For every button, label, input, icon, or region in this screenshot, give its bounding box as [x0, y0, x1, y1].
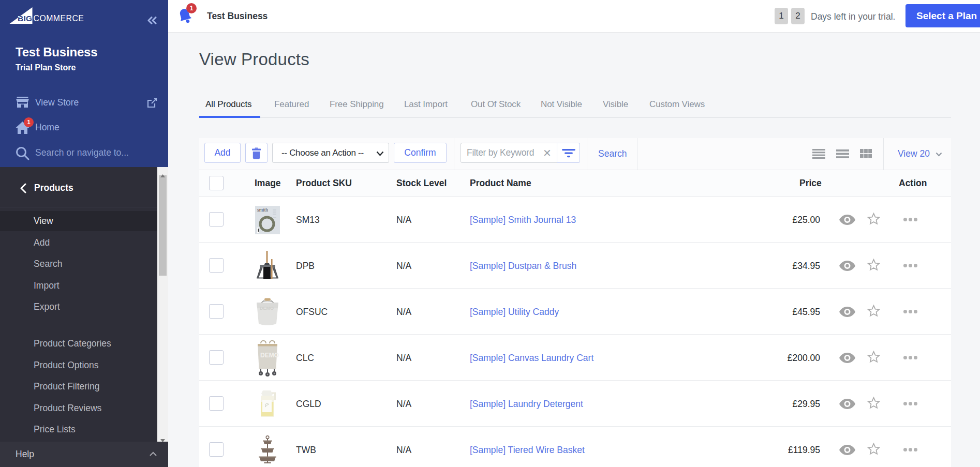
svg-text:DEMO: DEMO — [260, 306, 274, 311]
svg-text:COMMERCE: COMMERCE — [34, 14, 84, 23]
svg-text:smith: smith — [257, 207, 268, 213]
svg-text:DEMO: DEMO — [260, 352, 279, 359]
